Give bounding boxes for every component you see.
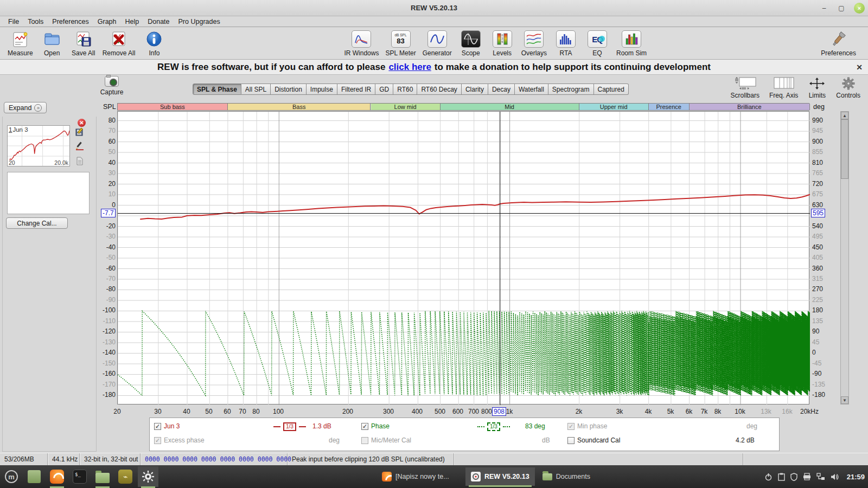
clock[interactable]: 21:59 bbox=[847, 473, 865, 481]
menu-preferences[interactable]: Preferences bbox=[48, 17, 92, 26]
folder-launcher[interactable] bbox=[92, 466, 113, 487]
tab-decay[interactable]: Decay bbox=[488, 84, 515, 95]
maximize-button[interactable]: ▢ bbox=[837, 3, 846, 13]
levels-button[interactable]: 036 Levels bbox=[490, 29, 515, 57]
controls-button[interactable]: Controls bbox=[836, 76, 860, 99]
phase-smoothing-control[interactable]: 1/3 bbox=[477, 422, 510, 431]
bit-depth: 32-bit in, 32-bit out bbox=[80, 453, 141, 465]
menu-donate[interactable]: Donate bbox=[144, 17, 173, 26]
scrollbars-toggle[interactable]: Scrollbars bbox=[731, 76, 760, 99]
info-button[interactable]: Info bbox=[142, 29, 167, 57]
clipboard-icon[interactable] bbox=[778, 473, 785, 481]
phase-toggle[interactable]: ✓ Phase bbox=[361, 422, 390, 430]
measurement-notes[interactable] bbox=[7, 172, 90, 214]
y-left-tick: -30 bbox=[99, 233, 116, 240]
firefox-launcher[interactable] bbox=[47, 466, 67, 487]
tab-distortion[interactable]: Distortion bbox=[271, 84, 307, 95]
network-icon[interactable] bbox=[816, 473, 825, 480]
y-left-tick: -90 bbox=[99, 296, 116, 304]
printer-icon[interactable] bbox=[803, 473, 811, 480]
scroll-up-icon[interactable]: ▲ bbox=[841, 112, 848, 119]
save-all-button[interactable]: Save All bbox=[71, 29, 96, 57]
donate-link[interactable]: click here bbox=[388, 62, 431, 73]
checkbox-checked[interactable]: ✓ bbox=[361, 423, 368, 430]
files-launcher[interactable] bbox=[24, 466, 44, 487]
scope-button[interactable]: Scope bbox=[458, 29, 483, 57]
tab-impulse[interactable]: Impulse bbox=[307, 84, 337, 95]
overlays-button[interactable]: Overlays bbox=[521, 29, 547, 57]
measure-button[interactable]: Measure bbox=[8, 29, 33, 57]
mint-menu-button[interactable]: m bbox=[1, 466, 22, 487]
sample-rate: 44.1 kHz bbox=[48, 453, 80, 465]
tab-rt60-decay[interactable]: RT60 Decay bbox=[417, 84, 461, 95]
capture-button[interactable]: Capture bbox=[100, 76, 124, 96]
tab-spl-phase[interactable]: SPL & Phase bbox=[193, 84, 241, 95]
tab-filtered-ir[interactable]: Filtered IR bbox=[337, 84, 375, 95]
spl-phase-plot[interactable] bbox=[117, 111, 809, 404]
legend-measurement-toggle[interactable]: ✓ Jun 3 bbox=[154, 422, 180, 430]
measurement-thumbnail[interactable]: 1Jun 3 20 20.0k bbox=[7, 125, 70, 166]
checkbox-unchecked[interactable]: ✓ bbox=[567, 437, 575, 444]
remove-all-button[interactable]: Remove All bbox=[103, 29, 136, 57]
graph-vertical-scrollbar[interactable]: ▲ ▼ bbox=[840, 111, 849, 404]
tab-all-spl[interactable]: All SPL bbox=[241, 84, 271, 95]
tab-spectrogram[interactable]: Spectrogram bbox=[548, 84, 594, 95]
task-rew-window[interactable]: REW V5.20.13 bbox=[465, 467, 535, 486]
volume-icon[interactable] bbox=[831, 473, 839, 481]
soundcard-cal-toggle[interactable]: ✓ Soundcard Cal bbox=[567, 436, 620, 444]
tab-gd[interactable]: GD bbox=[375, 84, 393, 95]
y-right-tick: 315 bbox=[812, 275, 828, 282]
remove-measurement-icon[interactable]: ✕ bbox=[78, 119, 86, 127]
menu-help[interactable]: Help bbox=[122, 17, 143, 26]
menu-graph[interactable]: Graph bbox=[94, 17, 120, 26]
terminal-launcher[interactable]: $_ bbox=[69, 466, 90, 487]
tab-rt60[interactable]: RT60 bbox=[393, 84, 417, 95]
x-tick-label: 600 bbox=[452, 408, 463, 415]
shield-icon[interactable] bbox=[790, 473, 797, 481]
x-tick-label: 7k bbox=[701, 408, 708, 415]
spl-meter-button[interactable]: dB SPL83 SPL Meter bbox=[385, 29, 416, 57]
power-icon[interactable] bbox=[764, 473, 773, 481]
x-tick-label: 6k bbox=[686, 408, 693, 415]
minimize-button[interactable]: – bbox=[819, 3, 829, 13]
notes-doc-icon[interactable] bbox=[75, 157, 84, 165]
expand-button[interactable]: Expand » bbox=[4, 102, 47, 113]
tab-waterfall[interactable]: Waterfall bbox=[515, 84, 548, 95]
settings-launcher[interactable] bbox=[138, 466, 158, 487]
limits-button[interactable]: Limits bbox=[808, 76, 826, 99]
generator-button[interactable]: Generator bbox=[423, 29, 452, 57]
save-measurement-icon[interactable] bbox=[75, 127, 84, 136]
tool-launcher[interactable]: ⌁ bbox=[115, 466, 136, 487]
ir-windows-button[interactable]: IR Windows bbox=[344, 29, 379, 57]
scroll-down-icon[interactable]: ▼ bbox=[841, 396, 848, 404]
spl-smoothing-control[interactable]: 1/3 bbox=[273, 422, 306, 431]
close-button[interactable]: × bbox=[854, 3, 865, 14]
banner-close-icon[interactable]: ✕ bbox=[856, 63, 863, 72]
mic-meter-cal-toggle[interactable]: ✓ Mic/Meter Cal bbox=[361, 436, 411, 444]
banner-text-before: REW is free software, but if you can aff… bbox=[157, 62, 385, 73]
change-cal-button[interactable]: Change Cal... bbox=[6, 217, 68, 229]
chevron-right-icon: » bbox=[34, 104, 42, 112]
task-firefox-window[interactable]: [Napisz nowy te... bbox=[376, 467, 463, 486]
rta-button[interactable]: RTA bbox=[553, 29, 578, 57]
edit-pencil-icon[interactable] bbox=[75, 142, 84, 150]
min-phase-toggle[interactable]: ✓ Min phase bbox=[567, 422, 607, 430]
scrollbar-thumb[interactable] bbox=[841, 119, 848, 179]
y-right-tick: -90 bbox=[812, 370, 828, 377]
overlays-icon bbox=[524, 29, 544, 49]
task-documents-window[interactable]: Documents bbox=[537, 467, 596, 486]
room-sim-button[interactable]: Room Sim bbox=[616, 29, 647, 57]
menu-tools[interactable]: Tools bbox=[24, 17, 47, 26]
checkbox-checked[interactable]: ✓ bbox=[154, 423, 161, 430]
y-left-tick: 30 bbox=[99, 169, 116, 177]
tab-captured[interactable]: Captured bbox=[594, 84, 629, 95]
excess-phase-toggle[interactable]: ✓ Excess phase bbox=[154, 436, 205, 444]
menu-file[interactable]: File bbox=[4, 17, 23, 26]
open-button[interactable]: Open bbox=[40, 29, 65, 57]
tab-clarity[interactable]: Clarity bbox=[462, 84, 488, 95]
eq-button[interactable]: EQ EQ bbox=[585, 29, 610, 57]
preferences-button[interactable]: Preferences bbox=[821, 29, 856, 57]
freq-axis-toggle[interactable]: Freq. Axis bbox=[769, 76, 798, 99]
menu-pro-upgrades[interactable]: Pro Upgrades bbox=[175, 17, 224, 26]
memory-usage: 53/206MB bbox=[0, 453, 48, 465]
